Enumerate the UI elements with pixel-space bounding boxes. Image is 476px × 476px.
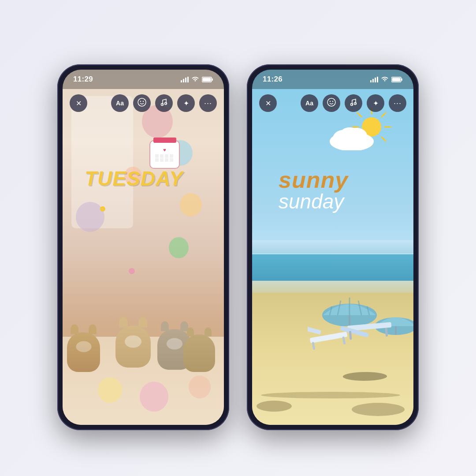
lounge-chairs (308, 311, 396, 357)
sparkle-icon-right: ✦ (373, 99, 379, 108)
sunny-line1: sunny (279, 167, 348, 193)
svg-rect-42 (385, 327, 388, 336)
sparkle-button-left[interactable]: ✦ (177, 94, 195, 112)
svg-rect-50 (392, 78, 401, 81)
status-bar-left: 11:29 (63, 70, 224, 89)
battery-icon-left (202, 77, 213, 82)
svg-rect-49 (402, 78, 403, 81)
sparkle-icon-left: ✦ (183, 99, 189, 108)
sand-texture (261, 392, 400, 398)
sunny-line2: sunday (279, 190, 348, 213)
cat-2 (115, 326, 151, 368)
status-icons-left (181, 77, 213, 82)
battery-icon-right (391, 77, 403, 82)
svg-point-4 (195, 80, 196, 81)
time-left: 11:29 (73, 75, 93, 84)
svg-rect-2 (185, 78, 186, 82)
more-button-left[interactable]: ··· (199, 94, 217, 112)
svg-point-8 (138, 98, 146, 106)
more-icon-right: ··· (394, 99, 402, 108)
svg-rect-44 (372, 79, 374, 82)
music-button-left[interactable] (155, 94, 173, 112)
svg-rect-6 (212, 78, 213, 81)
face-icon-left (138, 98, 146, 108)
phone-right-screen: sunny sunday (252, 70, 413, 425)
close-button-left[interactable]: ✕ (70, 94, 87, 112)
wifi-icon-left (192, 77, 199, 82)
svg-point-11 (161, 104, 164, 106)
music-icon-right (350, 98, 357, 108)
floor-balloon-yellow (98, 377, 122, 403)
status-icons-right (370, 77, 403, 82)
balloon-yellow (180, 193, 202, 216)
balloon-purple (76, 202, 104, 232)
svg-point-52 (330, 101, 331, 102)
svg-rect-43 (370, 80, 372, 82)
cat-4 (183, 335, 215, 372)
close-button-right[interactable]: ✕ (259, 94, 277, 112)
phone-left-screen: TUESDAY ♥ (63, 70, 224, 425)
cat-1 (67, 332, 100, 372)
svg-point-12 (165, 103, 167, 105)
toolbar-left: ✕ Aa (63, 92, 224, 115)
calendar-sticker: ♥ (149, 140, 180, 169)
svg-rect-7 (203, 78, 211, 81)
time-right: 11:26 (263, 75, 283, 84)
floor-balloon-pink (140, 382, 168, 412)
close-icon-left: ✕ (76, 99, 82, 108)
status-bar-right: 11:26 (252, 70, 413, 89)
text-icon-left: Aa (116, 100, 124, 107)
face-button-left[interactable] (133, 94, 151, 112)
svg-rect-38 (342, 336, 346, 345)
music-button-right[interactable] (345, 94, 362, 112)
more-icon-left: ··· (204, 99, 212, 108)
svg-point-10 (143, 101, 144, 102)
svg-point-55 (354, 103, 357, 105)
text-icon-right: Aa (305, 100, 313, 107)
dot-yellow (100, 206, 105, 212)
beach-scene (252, 227, 413, 425)
text-button-right[interactable]: Aa (301, 94, 318, 112)
svg-rect-3 (187, 77, 189, 82)
svg-point-54 (351, 104, 353, 106)
sparkle-button-right[interactable]: ✦ (367, 94, 384, 112)
svg-point-51 (327, 98, 335, 106)
more-button-right[interactable]: ··· (389, 94, 406, 112)
svg-point-9 (140, 101, 141, 102)
svg-rect-0 (181, 80, 182, 82)
svg-point-25 (340, 127, 359, 142)
sand-shadow2 (352, 403, 405, 416)
svg-rect-45 (375, 78, 376, 82)
svg-point-53 (332, 101, 333, 102)
signal-icon-right (370, 77, 378, 82)
signal-icon-left (181, 77, 189, 82)
svg-rect-37 (312, 342, 315, 350)
svg-line-18 (382, 137, 386, 141)
wifi-icon-right (381, 77, 388, 82)
svg-point-47 (384, 80, 386, 81)
kitten-area (63, 249, 224, 425)
cloud-sticker (327, 122, 376, 152)
phone-left: TUESDAY ♥ (57, 64, 229, 430)
svg-rect-36 (308, 324, 321, 335)
svg-rect-46 (377, 77, 378, 82)
floor-balloon-peach (189, 376, 211, 398)
face-button-right[interactable] (323, 94, 340, 112)
music-icon-left (160, 98, 168, 108)
phone-right: sunny sunday (247, 64, 419, 430)
close-icon-right: ✕ (265, 99, 271, 108)
toolbar-right: ✕ Aa (252, 92, 413, 115)
text-button-left[interactable]: Aa (111, 94, 129, 112)
sunny-sunday-text: sunny sunday (279, 167, 348, 213)
face-icon-right (327, 98, 336, 108)
svg-rect-1 (183, 79, 184, 82)
tuesday-text: TUESDAY (85, 167, 183, 190)
sand-shadow1 (257, 401, 292, 412)
